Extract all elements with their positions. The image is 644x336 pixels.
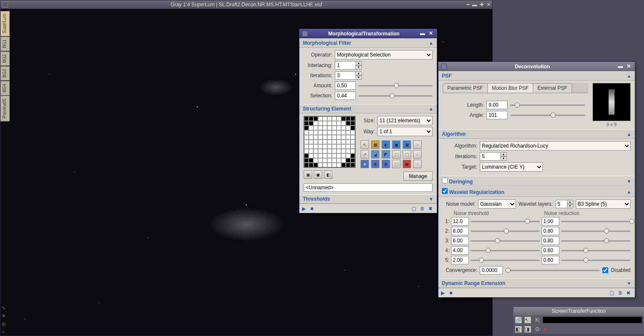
apply-global-icon[interactable]: ■ xyxy=(310,206,316,212)
spin-down-icon[interactable]: ▼ xyxy=(500,156,507,161)
selection-input[interactable] xyxy=(335,91,356,100)
spin-up-icon[interactable]: ▲ xyxy=(355,61,362,65)
spin-down-icon[interactable]: ▼ xyxy=(567,204,573,208)
docs-icon[interactable]: 🗎 xyxy=(618,290,624,296)
se-tool-16[interactable]: ⬚ xyxy=(392,160,401,168)
image-window-titlebar[interactable]: Gray 1:4 SuperLum | SL.Draft2.Decon.NR.M… xyxy=(0,0,492,9)
psf-header[interactable]: PSF ▲ xyxy=(438,71,635,81)
tab-motion-blur-psf[interactable]: Motion Blur PSF xyxy=(487,83,533,93)
se-tool-8[interactable]: ◢ xyxy=(371,150,379,159)
new-instance-icon[interactable]: ▢ xyxy=(609,290,615,296)
se-tool-5[interactable]: ▣ xyxy=(403,140,411,149)
close-icon[interactable]: ✕ xyxy=(428,30,434,37)
se-tool-11[interactable]: ⬚ xyxy=(403,150,411,159)
structure-name-input[interactable] xyxy=(304,183,433,192)
morph-filter-header[interactable]: Morphological Filter ▲ xyxy=(299,38,437,48)
se-tool-3[interactable]: ◐ xyxy=(382,140,390,149)
se-tool-18[interactable]: ▫ xyxy=(413,160,422,168)
disabled-checkbox[interactable] xyxy=(602,267,608,273)
noise-reduction-slider-5[interactable] xyxy=(561,257,631,263)
length-input[interactable] xyxy=(486,101,508,109)
length-slider[interactable] xyxy=(510,102,585,108)
deringing-header[interactable]: Deringing ▼ xyxy=(438,176,635,186)
struct-element-header[interactable]: Structuring Element ▲ xyxy=(299,104,437,113)
target-select[interactable]: Luminance (CIE Y) xyxy=(480,162,543,172)
spin-up-icon[interactable]: ▲ xyxy=(355,71,362,75)
collapse-icon[interactable]: ▲ xyxy=(627,189,631,194)
collapse-icon[interactable]: ▲ xyxy=(627,132,631,137)
collapse-icon[interactable]: ▲ xyxy=(627,73,631,78)
se-tool-10[interactable]: ⬚ xyxy=(392,150,401,159)
algorithm-header[interactable]: Algorithm ▲ xyxy=(438,129,635,139)
branch-icon[interactable]: ⤡ xyxy=(2,305,6,311)
stf-x-icon[interactable]: ✖ xyxy=(543,326,548,332)
iterations-input[interactable] xyxy=(335,71,356,80)
grid-btn-1[interactable]: ▣ xyxy=(304,170,312,179)
noise-reduction-input-5[interactable] xyxy=(542,256,559,264)
expand-icon[interactable]: ▼ xyxy=(429,196,433,202)
maximize-icon[interactable]: ✚ xyxy=(480,2,484,8)
se-tool-6[interactable]: ▫ xyxy=(413,140,422,149)
decon-iterations-input[interactable] xyxy=(480,152,501,161)
se-tool-12[interactable]: ▫ xyxy=(413,150,422,159)
se-tool-13[interactable]: ✶ xyxy=(361,160,369,168)
wavelet-header[interactable]: Wavelet Regularization ▲ xyxy=(438,186,635,197)
apply-icon[interactable]: ▶ xyxy=(441,290,447,296)
noise-reduction-slider-2[interactable] xyxy=(561,228,631,234)
reset-icon[interactable]: ✖ xyxy=(626,290,632,296)
grid-btn-3[interactable]: ◧ xyxy=(324,170,332,179)
side-tab-superlum[interactable]: SuperLum xyxy=(0,11,10,36)
interlacing-input[interactable] xyxy=(335,61,356,70)
shade-icon[interactable]: ▬ xyxy=(419,30,426,37)
stf-k-track[interactable] xyxy=(542,317,642,323)
collapse-icon[interactable]: ▲ xyxy=(429,106,433,111)
se-tool-2[interactable]: ▦ xyxy=(371,140,379,149)
noise-threshold-slider-2[interactable] xyxy=(470,228,540,234)
side-tab-bg3[interactable]: BG3 xyxy=(0,66,10,81)
stf-title[interactable]: ScreenTransferFunction xyxy=(513,307,644,315)
stf-cursor-icon[interactable]: ↖ xyxy=(524,317,531,323)
amount-input[interactable] xyxy=(335,81,356,90)
side-tab-bg1[interactable]: BG1 xyxy=(0,37,10,51)
spin-up-icon[interactable]: ▲ xyxy=(500,152,507,156)
side-tab-preview05[interactable]: Preview05 xyxy=(0,96,10,121)
se-tool-1[interactable]: ↖ xyxy=(361,140,369,149)
noise-threshold-input-5[interactable] xyxy=(451,256,469,264)
tab-external-psf[interactable]: External PSF xyxy=(533,83,572,93)
way-select[interactable]: 1 of 1 xyxy=(377,127,433,136)
collapse-icon[interactable]: ▲ xyxy=(429,40,433,46)
dot-icon[interactable]: ◎ xyxy=(2,321,6,327)
size-select[interactable]: 11 (121 elements) xyxy=(377,116,433,125)
se-tool-9[interactable]: ◤ xyxy=(382,150,390,159)
noise-threshold-input-3[interactable] xyxy=(451,237,469,245)
docs-icon[interactable]: 🗎 xyxy=(420,206,426,212)
grid-btn-2[interactable]: ◼ xyxy=(314,170,322,179)
spin-up-icon[interactable]: ▲ xyxy=(567,200,573,204)
side-tab-bg4[interactable]: BG4 xyxy=(0,81,10,95)
noise-reduction-input-2[interactable] xyxy=(542,227,559,235)
noise-threshold-slider-3[interactable] xyxy=(470,237,540,244)
se-tool-17[interactable]: ◼ xyxy=(403,160,411,168)
noise-threshold-input-1[interactable] xyxy=(451,217,469,226)
noise-reduction-slider-3[interactable] xyxy=(561,237,631,244)
apply-global-icon[interactable]: ■ xyxy=(449,290,455,296)
noise-threshold-slider-1[interactable] xyxy=(470,218,540,225)
noise-reduction-input-1[interactable] xyxy=(542,217,559,226)
operator-select[interactable]: Morphological Selection xyxy=(335,50,433,59)
angle-slider[interactable] xyxy=(510,112,585,118)
wavelet-checkbox[interactable] xyxy=(442,188,448,194)
expand-icon[interactable]: ▼ xyxy=(627,281,631,286)
noise-threshold-input-4[interactable] xyxy=(451,246,469,255)
expand-icon[interactable]: ▼ xyxy=(627,179,631,184)
apply-icon[interactable]: ▶ xyxy=(302,206,308,212)
amount-slider[interactable] xyxy=(358,82,433,89)
noise-threshold-slider-5[interactable] xyxy=(470,257,540,263)
stf-icon-4[interactable]: ◨ xyxy=(524,326,531,333)
scaling-function-select[interactable]: B3 Spline (5) xyxy=(576,199,631,209)
stf-link-icon[interactable]: 🔗 xyxy=(515,317,522,323)
noise-threshold-input-2[interactable] xyxy=(451,227,469,235)
arrows-icon[interactable]: ✕ xyxy=(2,313,6,319)
reset-icon[interactable]: ✖ xyxy=(428,206,434,212)
angle-input[interactable] xyxy=(486,111,508,119)
close-icon[interactable]: ✕ xyxy=(625,63,632,70)
